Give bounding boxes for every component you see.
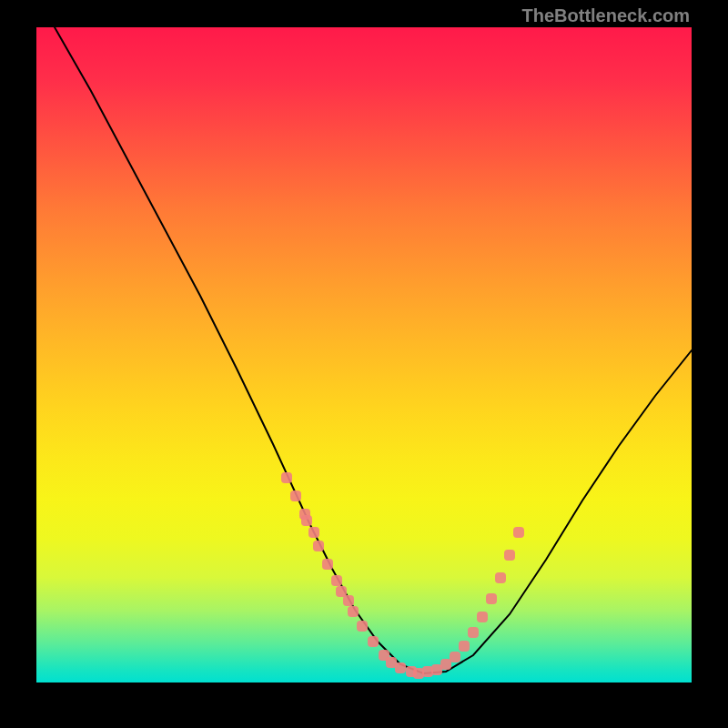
svg-rect-3 (308, 527, 319, 538)
svg-rect-21 (450, 652, 460, 662)
svg-rect-27 (504, 550, 515, 561)
svg-rect-12 (368, 636, 379, 647)
curve-svg (36, 27, 692, 682)
chart-container: TheBottleneck.com (0, 0, 728, 728)
svg-rect-4 (301, 515, 312, 526)
svg-rect-5 (313, 541, 324, 551)
svg-rect-10 (348, 606, 359, 617)
svg-rect-24 (477, 612, 488, 622)
svg-rect-15 (395, 662, 406, 673)
svg-rect-11 (357, 621, 368, 632)
svg-rect-26 (495, 572, 506, 583)
svg-rect-25 (486, 593, 497, 604)
svg-rect-22 (459, 641, 470, 652)
svg-rect-7 (331, 575, 342, 586)
svg-rect-8 (343, 595, 354, 606)
svg-rect-9 (336, 586, 347, 597)
svg-rect-0 (281, 472, 292, 483)
plot-area (36, 27, 692, 682)
svg-rect-28 (513, 527, 524, 538)
svg-rect-23 (468, 627, 479, 638)
svg-rect-20 (440, 659, 451, 670)
svg-rect-6 (322, 559, 333, 570)
svg-rect-1 (290, 490, 301, 501)
attribution-text: TheBottleneck.com (522, 5, 690, 26)
